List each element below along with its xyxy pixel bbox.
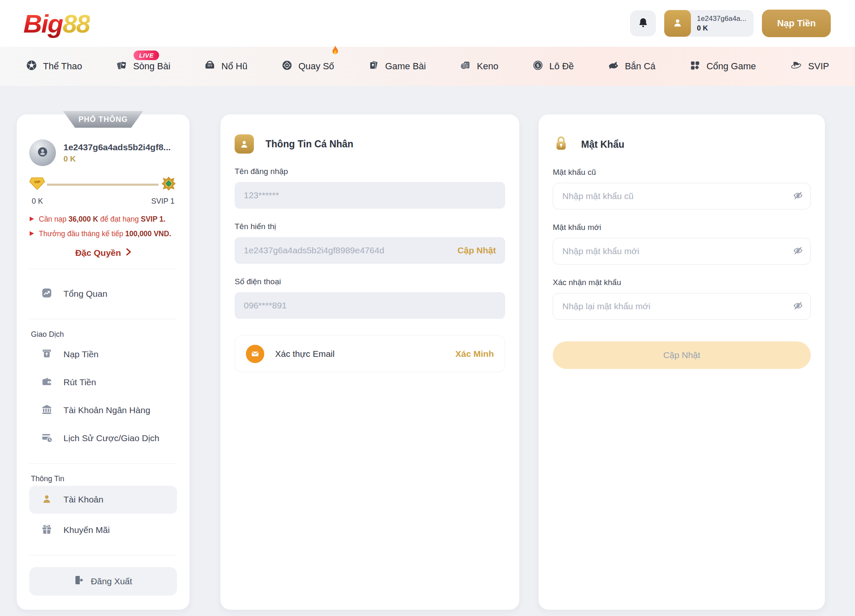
display-name-label: Tên hiển thị bbox=[235, 222, 505, 231]
nav-item-quay-so[interactable]: Quay Số bbox=[281, 60, 334, 73]
tier-badge: PHỔ THÔNG bbox=[63, 111, 143, 128]
sidebar-item-promotions[interactable]: Khuyến Mãi bbox=[29, 516, 177, 544]
nav-label: Bắn Cá bbox=[625, 61, 655, 72]
soccer-ball-icon bbox=[26, 60, 37, 73]
card-games-icon bbox=[368, 60, 379, 73]
toggle-new-password-visibility[interactable] bbox=[788, 242, 807, 261]
confirm-password-input[interactable] bbox=[553, 293, 811, 320]
svg-text:VIP: VIP bbox=[34, 180, 40, 184]
display-name-field-group: Tên hiển thị Cập Nhật bbox=[235, 222, 505, 264]
divider bbox=[29, 555, 177, 555]
nav-label: Lô Đề bbox=[549, 61, 574, 72]
profile-text: 1e2437g6a4ads5b2i4gf8... 0 K bbox=[63, 142, 171, 164]
old-password-field-group: Mật khẩu cũ bbox=[553, 168, 811, 210]
avatar bbox=[664, 10, 691, 37]
profile-summary: 1e2437g6a4ads5b2i4gf8... 0 K bbox=[29, 139, 177, 166]
personal-info-title-row: Thông Tin Cá Nhân bbox=[235, 134, 505, 154]
overview-chart-icon bbox=[41, 287, 53, 301]
header-username: 1e2437g6a4a... bbox=[697, 15, 746, 23]
personal-info-title: Thông Tin Cá Nhân bbox=[266, 139, 353, 150]
svip-wing-icon bbox=[790, 60, 802, 73]
progress-current: 0 K bbox=[32, 197, 43, 206]
brand-logo[interactable]: Big88 bbox=[23, 9, 90, 38]
update-password-button[interactable]: Cập Nhật bbox=[553, 341, 811, 369]
nav-label: Keno bbox=[477, 61, 498, 72]
toggle-confirm-password-visibility[interactable] bbox=[788, 297, 807, 316]
keno-icon: 3 bbox=[460, 60, 471, 73]
nav-label: Cổng Game bbox=[706, 61, 756, 72]
nav-item-lo-de[interactable]: 5 Lô Đề bbox=[532, 60, 574, 73]
old-password-label: Mật khẩu cũ bbox=[553, 168, 811, 177]
brand-logo-gold: 88 bbox=[63, 9, 90, 38]
divider bbox=[29, 269, 177, 269]
bell-icon bbox=[637, 17, 649, 30]
user-icon bbox=[41, 493, 53, 507]
eye-slash-icon bbox=[793, 300, 803, 312]
nav-item-keno[interactable]: 3 Keno bbox=[460, 60, 498, 73]
logout-button[interactable]: Đăng Xuất bbox=[29, 567, 177, 596]
nav-item-no-hu[interactable]: 777 Nổ Hũ bbox=[204, 60, 247, 73]
sidebar-item-withdraw[interactable]: Rút Tiền bbox=[29, 369, 177, 396]
nav-item-game-bai[interactable]: Game Bài bbox=[368, 60, 426, 73]
nav-item-ban-ca[interactable]: Bắn Cá bbox=[608, 60, 655, 73]
toggle-old-password-visibility[interactable] bbox=[788, 187, 807, 206]
nav-label: Thể Thao bbox=[43, 61, 82, 72]
old-password-input[interactable] bbox=[553, 183, 811, 210]
lottery-disc-icon bbox=[281, 60, 293, 73]
eye-slash-icon bbox=[793, 245, 803, 257]
nav-item-svip[interactable]: SVIP bbox=[790, 60, 829, 73]
number-5-ball-icon: 5 bbox=[532, 60, 544, 73]
bank-icon bbox=[41, 404, 53, 417]
verify-email-link[interactable]: Xác Minh bbox=[455, 349, 494, 359]
nav-label: SVIP bbox=[808, 61, 829, 72]
account-sidebar: PHỔ THÔNG 1e2437g6a4ads5b2i4gf8... 0 K V… bbox=[17, 114, 190, 610]
new-password-label: Mật khẩu mới bbox=[553, 223, 811, 232]
nav-item-the-thao[interactable]: Thể Thao bbox=[26, 60, 82, 73]
vip-badge-icon: VIP bbox=[29, 177, 45, 192]
vip-notes: Cần nạp 36,000 K để đạt hạng SVIP 1. Thư… bbox=[29, 214, 177, 240]
username-label: Tên đăng nhập bbox=[235, 167, 505, 176]
sidebar-item-deposit[interactable]: Nạp Tiền bbox=[29, 341, 177, 369]
sidebar-item-history[interactable]: Lịch Sử Cược/Giao Dịch bbox=[29, 424, 177, 452]
email-verify-label: Xác thực Email bbox=[275, 349, 455, 359]
password-card: Mật Khẩu Mật khẩu cũ Mật khẩu mới Xác nh… bbox=[539, 114, 825, 610]
new-password-input[interactable] bbox=[553, 238, 811, 265]
envelope-icon bbox=[246, 345, 264, 363]
deposit-button[interactable]: Nạp Tiền bbox=[762, 10, 831, 37]
svg-text:777: 777 bbox=[207, 64, 212, 67]
update-display-name-link[interactable]: Cập Nhật bbox=[458, 245, 496, 255]
user-account-chip[interactable]: 1e2437g6a4a... 0 K bbox=[664, 10, 754, 37]
sidebar-item-account[interactable]: Tài Khoản bbox=[29, 486, 177, 514]
gift-icon bbox=[41, 523, 53, 537]
chevron-right-icon bbox=[126, 248, 131, 258]
vip-progress: VIP bbox=[29, 175, 177, 194]
sidebar-item-overview[interactable]: Tổng Quan bbox=[29, 280, 177, 308]
profile-username: 1e2437g6a4ads5b2i4gf8... bbox=[63, 142, 171, 152]
notifications-button[interactable] bbox=[630, 10, 656, 36]
user-icon bbox=[672, 17, 683, 30]
username-input[interactable] bbox=[235, 182, 505, 209]
header-actions: 1e2437g6a4a... 0 K Nạp Tiền bbox=[630, 10, 831, 37]
user-silhouette-icon bbox=[35, 145, 50, 161]
progress-bar bbox=[47, 184, 159, 186]
privileges-link[interactable]: Đặc Quyền bbox=[29, 248, 177, 258]
phone-input[interactable] bbox=[235, 292, 505, 319]
sidebar-item-bank-account[interactable]: Tài Khoản Ngân Hàng bbox=[29, 396, 177, 424]
nav-item-cong-game[interactable]: Cổng Game bbox=[689, 60, 756, 73]
red-arrow-icon bbox=[29, 216, 35, 222]
svg-text:3: 3 bbox=[463, 64, 465, 68]
nav-item-song-bai[interactable]: LIVE Sòng Bài bbox=[116, 60, 170, 73]
section-info-label: Thông Tin bbox=[31, 475, 177, 483]
red-arrow-icon bbox=[29, 231, 35, 236]
casino-cards-icon bbox=[116, 60, 127, 73]
user-chip-text: 1e2437g6a4a... 0 K bbox=[697, 15, 746, 33]
confirm-password-label: Xác nhận mật khẩu bbox=[553, 278, 811, 287]
svip-emblem-icon bbox=[160, 175, 177, 194]
brand-logo-red: Big bbox=[23, 9, 63, 38]
divider bbox=[29, 319, 177, 319]
padlock-icon bbox=[553, 134, 569, 154]
svg-text:5: 5 bbox=[536, 63, 539, 68]
note-line: Cần nạp 36,000 K để đạt hạng SVIP 1. bbox=[29, 214, 177, 225]
avatar bbox=[29, 139, 56, 166]
progress-target: SVIP 1 bbox=[151, 197, 175, 206]
